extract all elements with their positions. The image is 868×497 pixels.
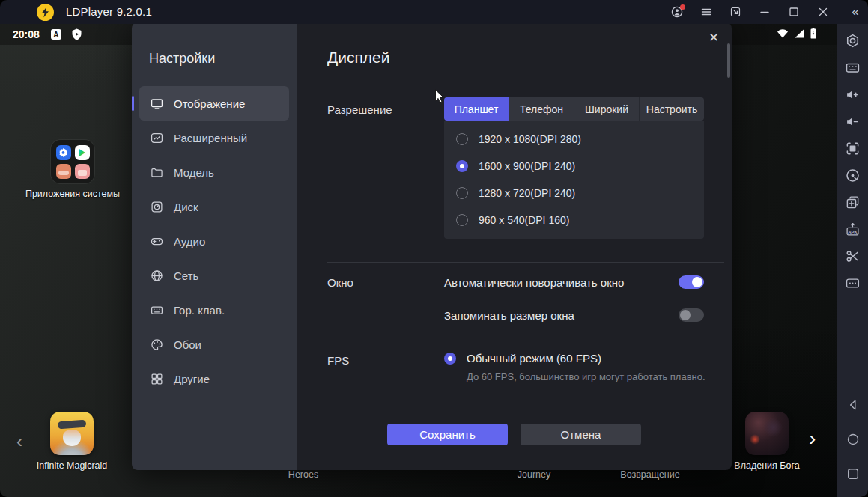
apk-install-icon[interactable]: APK <box>844 220 862 238</box>
collapse-toolbar-icon[interactable]: « <box>849 5 862 19</box>
tab-customize[interactable]: Настроить <box>640 97 704 121</box>
prev-page-arrow-icon[interactable]: ‹ <box>16 433 22 451</box>
radio-checked-icon[interactable] <box>456 160 468 172</box>
record-icon[interactable] <box>844 166 862 184</box>
sidebar-item-display[interactable]: Отображение <box>139 86 289 121</box>
status-time: 20:08 <box>13 28 40 40</box>
fps-description: До 60 FPS, большинство игр могут работат… <box>467 371 705 382</box>
sidebar-item-network[interactable]: Сеть <box>139 258 289 293</box>
resolution-label: Разрешение <box>327 103 392 116</box>
gallery-icon <box>75 164 90 179</box>
app-label-vozvrashchenie: Возвращение <box>620 469 679 480</box>
display-settings-panel: ✕ Дисплей Разрешение Планшет Телефон Шир… <box>297 22 732 470</box>
folder-label: Приложения системы <box>25 189 120 199</box>
folder-icon <box>150 165 163 179</box>
radio-icon[interactable] <box>456 187 468 199</box>
side-toolbar: APK <box>837 24 868 497</box>
back-icon[interactable] <box>846 398 860 415</box>
section-divider <box>327 262 724 263</box>
app-label: Infinite Magicraid <box>37 460 108 471</box>
more-tools-icon[interactable] <box>844 274 862 292</box>
app-label-heroes: Heroes <box>288 469 318 480</box>
cancel-button[interactable]: Отмена <box>521 424 641 445</box>
radio-checked-icon[interactable] <box>444 353 456 365</box>
scissors-icon[interactable] <box>844 247 862 265</box>
input-method-icon: A <box>51 29 61 40</box>
wifi-icon <box>777 28 789 41</box>
app-label-journey: Journey <box>518 469 550 480</box>
sidebar-item-hotkeys[interactable]: Гор. клав. <box>139 293 289 327</box>
panel-title: Дисплей <box>327 49 390 67</box>
settings-nut-icon[interactable] <box>844 31 862 49</box>
signal-icon <box>794 28 805 41</box>
android-settings-icon <box>56 145 71 160</box>
close-window-icon[interactable] <box>816 5 830 19</box>
menu-icon[interactable] <box>699 5 713 19</box>
next-page-arrow-icon[interactable]: › <box>809 428 816 449</box>
folder-icon <box>51 140 94 183</box>
tab-phone[interactable]: Телефон <box>509 97 574 121</box>
keyboard-icon <box>150 303 163 317</box>
remember-size-toggle[interactable] <box>679 308 704 322</box>
resolution-tabs: Планшет Телефон Широкий Настроить <box>444 97 704 121</box>
home-icon[interactable] <box>846 433 860 449</box>
settings-title: Настройки <box>149 51 289 67</box>
palette-icon <box>150 338 163 351</box>
tab-tablet[interactable]: Планшет <box>444 97 509 121</box>
maximize-icon[interactable] <box>787 5 801 19</box>
gamepad-icon <box>150 234 163 248</box>
remember-size-label: Запоминать размер окна <box>444 309 574 322</box>
sidebar-item-label: Аудио <box>174 235 205 248</box>
volume-up-icon[interactable] <box>844 85 862 103</box>
auto-rotate-label: Автоматически поворачивать окно <box>444 276 624 289</box>
sidebar-item-label: Диск <box>174 201 198 213</box>
system-apps-folder[interactable]: Приложения системы <box>20 140 125 199</box>
tab-wide[interactable]: Широкий <box>574 97 640 121</box>
disk-icon <box>150 200 163 213</box>
sidebar-item-label: Отображение <box>174 97 245 110</box>
fullscreen-icon[interactable] <box>844 139 862 157</box>
fps-option[interactable]: Обычный режим (60 FPS) <box>444 352 601 365</box>
resolution-options: 1920 x 1080(DPI 280) 1600 x 900(DPI 240)… <box>444 121 704 239</box>
vladeniya-boga-icon <box>745 412 789 455</box>
ldplayer-window: LDPlayer 9.2.0.1 « <box>0 0 868 497</box>
sidebar-item-others[interactable]: Другие <box>139 362 289 396</box>
dialog-scrollbar[interactable] <box>727 43 730 78</box>
resolution-option[interactable]: 1920 x 1080(DPI 280) <box>444 126 704 153</box>
resolution-option[interactable]: 1280 x 720(DPI 240) <box>444 180 704 207</box>
browser-icon <box>56 164 71 179</box>
resolution-option[interactable]: 1600 x 900(DPI 240) <box>444 153 704 180</box>
ldplayer-logo-icon <box>37 4 54 21</box>
sidebar-item-advanced[interactable]: Расширенный <box>139 121 289 155</box>
svg-text:APK: APK <box>848 229 858 234</box>
monitor-icon <box>150 97 163 110</box>
shrink-window-icon[interactable] <box>729 5 742 19</box>
volume-down-icon[interactable] <box>844 112 862 130</box>
virtual-keyboard-icon[interactable] <box>844 58 862 76</box>
minimize-icon[interactable] <box>758 5 771 19</box>
sidebar-item-disk[interactable]: Диск <box>139 189 289 224</box>
sidebar-item-label: Другие <box>174 373 210 385</box>
resolution-option[interactable]: 960 x 540(DPI 160) <box>444 207 704 234</box>
screenshot-icon[interactable] <box>844 193 862 211</box>
sidebar-item-audio[interactable]: Аудио <box>139 224 289 258</box>
settings-sidebar: Настройки Отображение Расширенный Модель… <box>132 22 297 470</box>
window-title: LDPlayer 9.2.0.1 <box>66 5 152 18</box>
radio-icon[interactable] <box>456 133 468 145</box>
auto-rotate-toggle[interactable] <box>679 275 704 289</box>
app-infinite-magicraid[interactable]: Infinite Magicraid <box>19 412 124 471</box>
battery-icon <box>810 28 816 42</box>
close-dialog-icon[interactable]: ✕ <box>705 28 723 46</box>
radio-icon[interactable] <box>456 214 468 226</box>
save-button[interactable]: Сохранить <box>387 424 508 445</box>
mouse-cursor <box>434 89 446 108</box>
sidebar-item-wallpaper[interactable]: Обои <box>139 327 289 362</box>
sidebar-item-model[interactable]: Модель <box>139 155 289 189</box>
recents-icon[interactable] <box>846 467 860 484</box>
window-section-label: Окно <box>327 276 353 289</box>
account-icon[interactable] <box>670 5 684 19</box>
sidebar-item-label: Сеть <box>174 269 198 282</box>
sidebar-item-label: Модель <box>174 166 214 179</box>
sidebar-item-label: Гор. клав. <box>174 304 225 317</box>
gauge-icon <box>150 131 163 144</box>
